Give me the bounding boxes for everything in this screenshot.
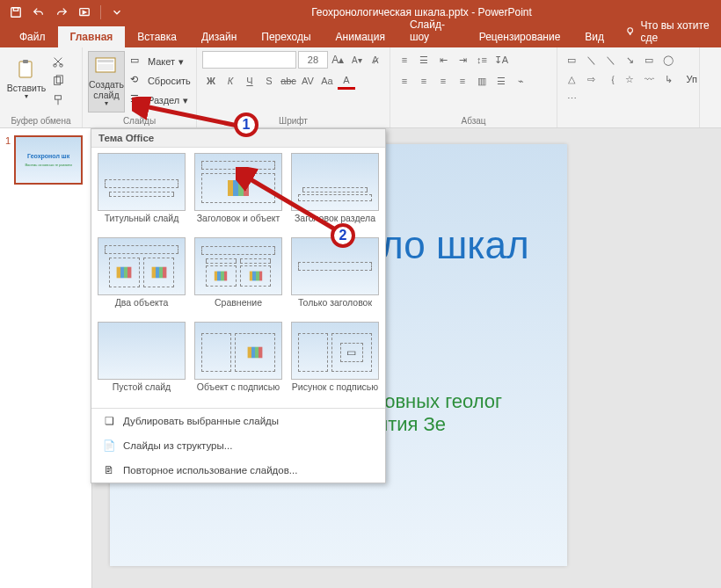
- callout-1: 1: [234, 113, 259, 137]
- shape-line-icon[interactable]: ＼: [582, 51, 600, 69]
- layout-title-only[interactable]: Только заголовок: [288, 237, 382, 318]
- shape-more-icon[interactable]: ⋯: [563, 90, 580, 107]
- strikethrough-button[interactable]: abc: [280, 72, 297, 90]
- outline-icon: 📄: [102, 439, 116, 453]
- thumb-sub: Восемь основных ге развити: [25, 163, 71, 167]
- group-slides: Создать слайд ▾ ▭Макет▾ ⟲Сбросить ☰Разде…: [83, 47, 197, 127]
- shrink-font-icon[interactable]: A▾: [348, 51, 366, 69]
- smartart-icon[interactable]: ⌁: [512, 72, 529, 90]
- numbering-icon[interactable]: ☰: [415, 51, 433, 69]
- shape-arrow2-icon[interactable]: ⇨: [582, 70, 600, 88]
- svg-rect-4: [19, 62, 32, 77]
- shape-star-icon[interactable]: ☆: [621, 70, 638, 88]
- change-case-icon[interactable]: Aa: [318, 72, 336, 90]
- shape-oval-icon[interactable]: ◯: [659, 51, 677, 69]
- shape-arrow-icon[interactable]: ↘: [621, 51, 638, 69]
- tell-me-search[interactable]: Что вы хотите сде: [616, 19, 721, 47]
- clear-formatting-icon[interactable]: A̷: [368, 51, 385, 69]
- columns-icon[interactable]: ▥: [473, 72, 491, 90]
- layout-comparison[interactable]: Сравнение: [192, 237, 285, 318]
- shadow-button[interactable]: S: [260, 72, 278, 90]
- section-button[interactable]: ☰Раздел▾: [127, 91, 194, 109]
- shape-brace-icon[interactable]: ｛: [601, 70, 619, 88]
- svg-rect-13: [98, 64, 113, 70]
- new-slide-label: Создать слайд: [89, 80, 124, 100]
- font-name-combo[interactable]: [202, 51, 296, 69]
- italic-button[interactable]: К: [222, 72, 239, 90]
- grow-font-icon[interactable]: A▴: [330, 51, 347, 69]
- slide-thumbnail-1[interactable]: 1 Геохронол шк Восемь основных ге развит…: [5, 135, 86, 185]
- increase-indent-icon[interactable]: ⇥: [454, 51, 471, 69]
- justify-icon[interactable]: ≡: [454, 72, 471, 90]
- ribbon: Вставить ▾ Буфер обмена Создать слайд ▾ …: [0, 47, 721, 128]
- tab-slideshow[interactable]: Слайд-шоу: [397, 14, 467, 47]
- group-clipboard: Вставить ▾ Буфер обмена: [0, 47, 83, 127]
- arrange-button[interactable]: Уп: [687, 74, 697, 84]
- qat-customize-icon[interactable]: [106, 3, 127, 22]
- tab-insert[interactable]: Вставка: [125, 26, 189, 47]
- group-drawing: ▭ ＼ ＼ ↘ ▭ ◯ △ ⇨ ｛ ☆ 〰 ↳ ⋯ Уп: [557, 47, 700, 127]
- shape-curve-icon[interactable]: 〰: [640, 70, 658, 88]
- layout-picture-with-caption[interactable]: ▭ Рисунок с подписью: [288, 322, 382, 403]
- font-size-combo[interactable]: 28: [298, 51, 327, 69]
- layout-blank[interactable]: Пустой слайд: [95, 322, 188, 403]
- shape-connector-icon[interactable]: ↳: [659, 70, 677, 88]
- shape-triangle-icon[interactable]: △: [563, 70, 580, 88]
- svg-rect-12: [98, 60, 113, 62]
- tab-home[interactable]: Главная: [58, 26, 126, 47]
- undo-icon[interactable]: [28, 3, 49, 22]
- new-slide-layout-gallery: Тема Office Титульный слайд Заголовок и …: [91, 128, 386, 483]
- tell-me-text: Что вы хотите сде: [640, 19, 712, 44]
- font-color-icon[interactable]: A: [338, 72, 355, 90]
- new-slide-button[interactable]: Создать слайд ▾: [88, 51, 125, 113]
- tab-review[interactable]: Рецензирование: [467, 26, 573, 47]
- line-spacing-icon[interactable]: ↕≡: [473, 51, 491, 69]
- tab-design[interactable]: Дизайн: [189, 26, 249, 47]
- gallery-footer: ❏Дублировать выбранные слайды 📄Слайды из…: [91, 408, 385, 483]
- title-bar: Геохронологическая шкала.pptx - PowerPoi…: [0, 0, 721, 25]
- tab-view[interactable]: Вид: [572, 26, 616, 47]
- shape-line2-icon[interactable]: ＼: [601, 51, 619, 69]
- layout-section-header[interactable]: Заголовок раздела: [288, 153, 382, 234]
- layout-button[interactable]: ▭Макет▾: [127, 53, 194, 70]
- start-from-beginning-icon[interactable]: [74, 3, 95, 22]
- bullets-icon[interactable]: ≡: [396, 51, 413, 69]
- svg-rect-5: [23, 60, 28, 63]
- shape-rect2-icon[interactable]: ▭: [640, 51, 658, 69]
- cut-icon[interactable]: [49, 53, 67, 70]
- layout-content-with-caption[interactable]: Объект с подписью: [192, 322, 285, 403]
- shape-rect-icon[interactable]: ▭: [563, 51, 580, 69]
- reuse-slides-item[interactable]: 🖹Повторное использование слайдов...: [91, 458, 385, 483]
- tab-transitions[interactable]: Переходы: [249, 26, 323, 47]
- reset-icon: ⟲: [130, 74, 144, 88]
- svg-rect-0: [11, 8, 21, 18]
- align-left-icon[interactable]: ≡: [396, 72, 413, 90]
- reset-button[interactable]: ⟲Сбросить: [127, 72, 194, 90]
- slides-from-outline-item[interactable]: 📄Слайды из структуры...: [91, 433, 385, 458]
- tab-animations[interactable]: Анимация: [324, 26, 397, 47]
- section-icon: ☰: [130, 93, 144, 107]
- tab-file[interactable]: Файл: [7, 26, 58, 47]
- layout-title-and-content[interactable]: Заголовок и объект: [192, 153, 285, 234]
- underline-button[interactable]: Ч: [241, 72, 259, 90]
- char-spacing-icon[interactable]: AV: [299, 72, 317, 90]
- ribbon-tabs: Файл Главная Вставка Дизайн Переходы Ани…: [0, 25, 721, 47]
- save-icon[interactable]: [5, 3, 26, 22]
- layout-icon: ▭: [130, 54, 144, 69]
- new-slide-icon: [93, 55, 120, 78]
- layout-two-content[interactable]: Два объекта: [95, 237, 188, 318]
- redo-icon[interactable]: [51, 3, 72, 22]
- text-direction-icon[interactable]: ↧A: [492, 51, 510, 69]
- duplicate-slides-item[interactable]: ❏Дублировать выбранные слайды: [91, 409, 385, 433]
- align-center-icon[interactable]: ≡: [415, 72, 433, 90]
- svg-point-3: [628, 28, 633, 33]
- layout-title-slide[interactable]: Титульный слайд: [95, 153, 188, 234]
- format-painter-icon[interactable]: [49, 91, 67, 109]
- duplicate-icon: ❏: [102, 414, 116, 428]
- align-text-icon[interactable]: ☰: [492, 72, 510, 90]
- copy-icon[interactable]: [49, 72, 67, 90]
- bold-button[interactable]: Ж: [202, 72, 220, 90]
- paste-button[interactable]: Вставить ▾: [5, 51, 47, 109]
- decrease-indent-icon[interactable]: ⇤: [434, 51, 452, 69]
- align-right-icon[interactable]: ≡: [434, 72, 452, 90]
